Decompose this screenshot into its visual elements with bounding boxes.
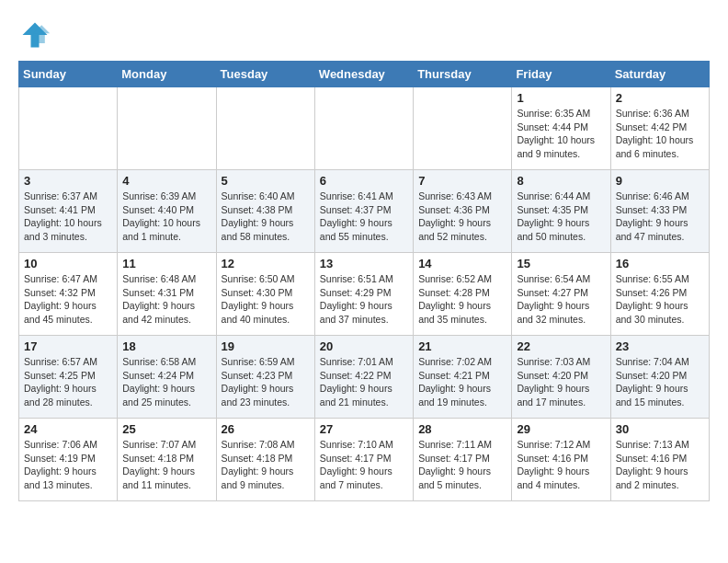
day-cell: 9Sunrise: 6:46 AMSunset: 4:33 PMDaylight… xyxy=(610,170,709,253)
day-cell: 24Sunrise: 7:06 AMSunset: 4:19 PMDayligh… xyxy=(19,419,118,501)
day-number: 8 xyxy=(517,174,605,188)
day-number: 6 xyxy=(320,174,408,188)
day-number: 27 xyxy=(320,422,408,436)
day-cell: 23Sunrise: 7:04 AMSunset: 4:20 PMDayligh… xyxy=(610,336,709,419)
day-cell: 11Sunrise: 6:48 AMSunset: 4:31 PMDayligh… xyxy=(118,253,216,336)
day-number: 24 xyxy=(24,422,112,436)
day-number: 14 xyxy=(418,257,506,270)
day-cell: 19Sunrise: 6:59 AMSunset: 4:23 PMDayligh… xyxy=(216,336,314,419)
day-cell: 16Sunrise: 6:55 AMSunset: 4:26 PMDayligh… xyxy=(610,253,709,336)
day-cell: 21Sunrise: 7:02 AMSunset: 4:21 PMDayligh… xyxy=(414,336,512,419)
day-info: Sunrise: 7:03 AMSunset: 4:20 PMDaylight:… xyxy=(517,355,605,409)
week-row-4: 17Sunrise: 6:57 AMSunset: 4:25 PMDayligh… xyxy=(19,336,710,419)
day-number: 23 xyxy=(616,339,704,353)
day-info: Sunrise: 6:43 AMSunset: 4:36 PMDaylight:… xyxy=(418,190,506,244)
day-cell: 30Sunrise: 7:13 AMSunset: 4:16 PMDayligh… xyxy=(610,419,709,501)
day-info: Sunrise: 7:02 AMSunset: 4:21 PMDaylight:… xyxy=(418,355,506,409)
day-info: Sunrise: 7:13 AMSunset: 4:16 PMDaylight:… xyxy=(616,438,704,492)
week-row-3: 10Sunrise: 6:47 AMSunset: 4:32 PMDayligh… xyxy=(19,253,710,336)
day-info: Sunrise: 6:41 AMSunset: 4:37 PMDaylight:… xyxy=(320,190,408,244)
day-number: 17 xyxy=(24,339,112,353)
logo-icon xyxy=(18,18,51,52)
day-cell: 28Sunrise: 7:11 AMSunset: 4:17 PMDayligh… xyxy=(414,419,512,501)
day-cell: 6Sunrise: 6:41 AMSunset: 4:37 PMDaylight… xyxy=(314,170,413,253)
day-number: 22 xyxy=(517,339,605,353)
day-cell: 22Sunrise: 7:03 AMSunset: 4:20 PMDayligh… xyxy=(512,336,610,419)
day-number: 5 xyxy=(222,174,310,188)
day-info: Sunrise: 6:50 AMSunset: 4:30 PMDaylight:… xyxy=(222,272,310,327)
day-cell: 20Sunrise: 7:01 AMSunset: 4:22 PMDayligh… xyxy=(314,336,413,419)
day-info: Sunrise: 6:44 AMSunset: 4:35 PMDaylight:… xyxy=(517,190,605,244)
day-info: Sunrise: 6:58 AMSunset: 4:24 PMDaylight:… xyxy=(122,355,210,409)
page-container: SundayMondayTuesdayWednesdayThursdayFrid… xyxy=(18,18,710,501)
day-cell: 15Sunrise: 6:54 AMSunset: 4:27 PMDayligh… xyxy=(512,253,610,336)
day-number: 1 xyxy=(517,91,605,105)
day-number: 15 xyxy=(517,257,605,270)
day-number: 19 xyxy=(222,339,310,353)
day-info: Sunrise: 6:40 AMSunset: 4:38 PMDaylight:… xyxy=(222,190,310,244)
day-info: Sunrise: 7:12 AMSunset: 4:16 PMDaylight:… xyxy=(517,438,605,492)
day-cell xyxy=(314,87,413,170)
day-cell: 3Sunrise: 6:37 AMSunset: 4:41 PMDaylight… xyxy=(19,170,118,253)
day-info: Sunrise: 7:11 AMSunset: 4:17 PMDaylight:… xyxy=(418,438,506,492)
day-number: 18 xyxy=(122,339,210,353)
day-info: Sunrise: 6:35 AMSunset: 4:44 PMDaylight:… xyxy=(517,107,605,161)
day-number: 3 xyxy=(24,174,112,188)
day-number: 12 xyxy=(222,257,310,270)
day-number: 2 xyxy=(616,91,704,105)
day-number: 20 xyxy=(320,339,408,353)
weekday-header-thursday: Thursday xyxy=(414,62,512,87)
week-row-5: 24Sunrise: 7:06 AMSunset: 4:19 PMDayligh… xyxy=(19,419,710,501)
day-cell xyxy=(414,87,512,170)
day-cell: 5Sunrise: 6:40 AMSunset: 4:38 PMDaylight… xyxy=(216,170,314,253)
day-cell: 2Sunrise: 6:36 AMSunset: 4:42 PMDaylight… xyxy=(610,87,709,170)
day-info: Sunrise: 7:07 AMSunset: 4:18 PMDaylight:… xyxy=(122,438,210,492)
day-cell: 27Sunrise: 7:10 AMSunset: 4:17 PMDayligh… xyxy=(314,419,413,501)
day-number: 26 xyxy=(222,422,310,436)
day-info: Sunrise: 6:37 AMSunset: 4:41 PMDaylight:… xyxy=(24,190,112,244)
day-info: Sunrise: 6:59 AMSunset: 4:23 PMDaylight:… xyxy=(222,355,310,409)
calendar-table: SundayMondayTuesdayWednesdayThursdayFrid… xyxy=(18,61,710,501)
day-number: 29 xyxy=(517,422,605,436)
day-cell: 1Sunrise: 6:35 AMSunset: 4:44 PMDaylight… xyxy=(512,87,610,170)
day-cell: 8Sunrise: 6:44 AMSunset: 4:35 PMDaylight… xyxy=(512,170,610,253)
day-info: Sunrise: 7:04 AMSunset: 4:20 PMDaylight:… xyxy=(616,355,704,409)
day-info: Sunrise: 6:46 AMSunset: 4:33 PMDaylight:… xyxy=(616,190,704,244)
week-row-1: 1Sunrise: 6:35 AMSunset: 4:44 PMDaylight… xyxy=(19,87,710,170)
day-number: 4 xyxy=(122,174,210,188)
day-number: 25 xyxy=(122,422,210,436)
day-cell: 25Sunrise: 7:07 AMSunset: 4:18 PMDayligh… xyxy=(118,419,216,501)
weekday-header-wednesday: Wednesday xyxy=(314,62,413,87)
day-cell: 29Sunrise: 7:12 AMSunset: 4:16 PMDayligh… xyxy=(512,419,610,501)
day-cell: 13Sunrise: 6:51 AMSunset: 4:29 PMDayligh… xyxy=(314,253,413,336)
weekday-header-sunday: Sunday xyxy=(19,62,118,87)
day-cell xyxy=(216,87,314,170)
day-number: 16 xyxy=(616,257,704,270)
weekday-header-tuesday: Tuesday xyxy=(216,62,314,87)
day-number: 30 xyxy=(616,422,704,436)
day-number: 13 xyxy=(320,257,408,270)
header xyxy=(18,18,710,52)
day-info: Sunrise: 6:36 AMSunset: 4:42 PMDaylight:… xyxy=(616,107,704,161)
weekday-header-row: SundayMondayTuesdayWednesdayThursdayFrid… xyxy=(19,62,710,87)
day-info: Sunrise: 6:52 AMSunset: 4:28 PMDaylight:… xyxy=(418,272,506,327)
day-number: 10 xyxy=(24,257,112,270)
day-info: Sunrise: 6:55 AMSunset: 4:26 PMDaylight:… xyxy=(616,272,704,327)
day-cell: 12Sunrise: 6:50 AMSunset: 4:30 PMDayligh… xyxy=(216,253,314,336)
day-info: Sunrise: 6:51 AMSunset: 4:29 PMDaylight:… xyxy=(320,272,408,327)
day-cell xyxy=(118,87,216,170)
week-row-2: 3Sunrise: 6:37 AMSunset: 4:41 PMDaylight… xyxy=(19,170,710,253)
day-number: 28 xyxy=(418,422,506,436)
day-info: Sunrise: 6:48 AMSunset: 4:31 PMDaylight:… xyxy=(122,272,210,327)
day-number: 9 xyxy=(616,174,704,188)
day-info: Sunrise: 7:10 AMSunset: 4:17 PMDaylight:… xyxy=(320,438,408,492)
day-number: 11 xyxy=(122,257,210,270)
day-cell: 14Sunrise: 6:52 AMSunset: 4:28 PMDayligh… xyxy=(414,253,512,336)
weekday-header-friday: Friday xyxy=(512,62,610,87)
day-info: Sunrise: 6:54 AMSunset: 4:27 PMDaylight:… xyxy=(517,272,605,327)
day-number: 7 xyxy=(418,174,506,188)
day-info: Sunrise: 7:06 AMSunset: 4:19 PMDaylight:… xyxy=(24,438,112,492)
day-info: Sunrise: 6:47 AMSunset: 4:32 PMDaylight:… xyxy=(24,272,112,327)
logo xyxy=(18,18,55,52)
day-cell: 10Sunrise: 6:47 AMSunset: 4:32 PMDayligh… xyxy=(19,253,118,336)
